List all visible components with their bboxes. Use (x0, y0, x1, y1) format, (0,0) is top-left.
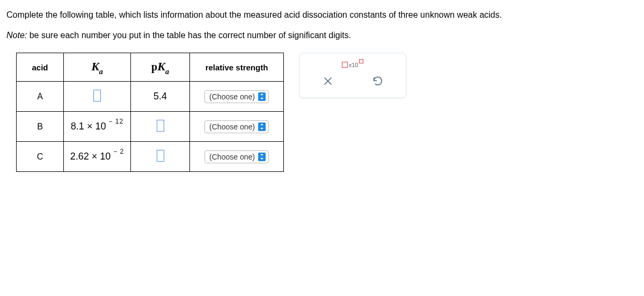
note-label: Note: (6, 31, 27, 40)
select-label: (Choose one) (209, 92, 255, 101)
clear-button[interactable] (319, 72, 337, 90)
select-label: (Choose one) (209, 122, 255, 131)
exponent-placeholder-icon (359, 59, 363, 63)
table-row: B 8.1 × 10− 12 (Choose one) (17, 112, 284, 142)
input-slot[interactable] (157, 150, 164, 162)
acid-label: B (17, 112, 64, 142)
ka-symbol: K (91, 60, 99, 73)
acid-label: C (17, 142, 64, 172)
header-ka: Ka (64, 53, 131, 82)
acid-label: A (17, 82, 64, 112)
ka-value: 2.62 × 10− 2 (64, 142, 131, 172)
table-row: A 5.4 (Choose one) (17, 82, 284, 112)
stepper-icon (258, 153, 266, 161)
ka-base: 8.1 × 10 (71, 121, 106, 132)
input-slot[interactable] (157, 120, 164, 132)
ka-base: 2.62 × 10 (70, 151, 111, 162)
input-toolbox: x10 (299, 53, 406, 98)
x10-label: x10 (349, 62, 358, 68)
note-body: be sure each number you put in the table… (27, 31, 351, 40)
scientific-notation-button[interactable]: x10 (342, 61, 364, 69)
pka-k: K (157, 60, 165, 73)
instruction-line-1: Complete the following table, which list… (6, 9, 638, 21)
ka-value: 8.1 × 10− 12 (64, 112, 131, 142)
ka-input-cell[interactable] (64, 82, 131, 112)
ka-exponent: − 2 (113, 148, 124, 155)
instruction-note: Note: be sure each number you put in the… (6, 29, 638, 42)
header-relative-strength: relative strength (190, 53, 284, 82)
ka-subscript: a (99, 68, 103, 76)
stepper-icon (258, 92, 266, 101)
stepper-icon (258, 122, 266, 131)
pka-prefix: p (151, 61, 157, 73)
pka-input-cell[interactable] (131, 112, 190, 142)
mantissa-placeholder-icon (342, 62, 348, 68)
select-label: (Choose one) (209, 153, 255, 161)
relative-strength-select[interactable]: (Choose one) (204, 150, 269, 163)
header-acid: acid (17, 53, 64, 82)
table-row: C 2.62 × 10− 2 (Choose one) (17, 142, 284, 172)
pka-sub: a (165, 68, 169, 76)
pka-input-cell[interactable] (131, 142, 190, 172)
header-pka: pKa (131, 53, 190, 82)
relative-strength-select[interactable]: (Choose one) (204, 90, 269, 103)
reset-button[interactable] (369, 72, 387, 90)
input-slot[interactable] (93, 90, 101, 102)
close-icon (322, 75, 334, 87)
relative-strength-select[interactable]: (Choose one) (204, 120, 269, 133)
ka-exponent: − 12 (108, 118, 123, 125)
acid-table: acid Ka pKa relative strength A 5.4 (Cho… (16, 53, 284, 172)
pka-value: 5.4 (131, 82, 190, 112)
undo-icon (372, 75, 384, 87)
